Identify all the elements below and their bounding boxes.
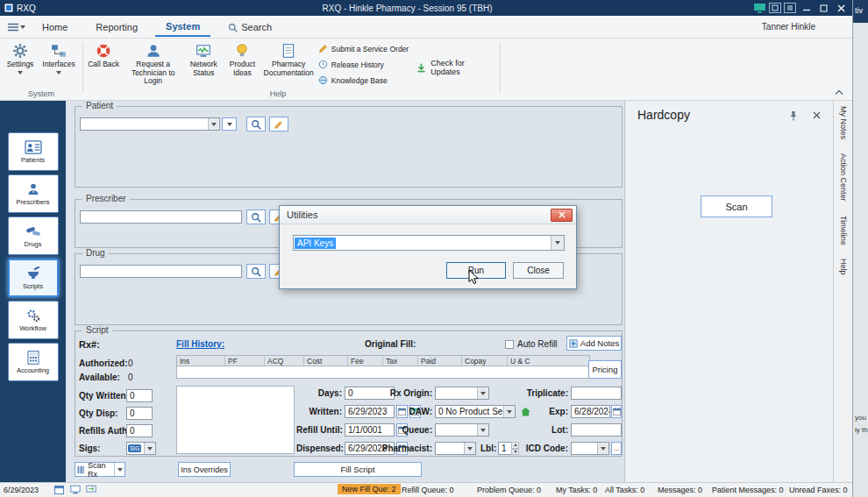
- status-new-fill-queue[interactable]: New Fill Que: 2: [338, 484, 401, 494]
- daw-caret-icon[interactable]: [503, 406, 515, 417]
- status-computer-icon[interactable]: [70, 485, 81, 494]
- submit-service-order-button[interactable]: Submit a Service Order: [316, 42, 411, 55]
- pharmacist-dropdown[interactable]: [435, 442, 476, 455]
- tab-system[interactable]: System: [155, 17, 210, 37]
- close-button[interactable]: [834, 2, 849, 14]
- network-status-button[interactable]: Network Status: [184, 40, 223, 88]
- status-unread-faxes[interactable]: Unread Faxes: 0: [789, 486, 848, 494]
- prescriber-search-button[interactable]: [246, 209, 266, 224]
- ins-overrides-button[interactable]: Ins Overrides: [178, 462, 231, 477]
- fill-script-button[interactable]: Fill Script: [294, 462, 422, 477]
- pin-icon[interactable]: [789, 110, 798, 121]
- drug-field[interactable]: [80, 265, 242, 278]
- utility-select-dropdown[interactable]: API Keys: [293, 235, 565, 251]
- release-history-button[interactable]: Release History: [316, 58, 411, 71]
- qty-written-field[interactable]: 0: [126, 389, 153, 402]
- product-ideas-button[interactable]: Product Ideas: [223, 40, 261, 88]
- scan-rx-dropdown-icon[interactable]: [114, 463, 123, 476]
- hardcopy-close-icon[interactable]: [813, 111, 821, 119]
- pharmacy-documentation-button[interactable]: Pharmacy Documentation: [261, 40, 315, 88]
- status-problem-queue[interactable]: Problem Queue: 0: [477, 486, 541, 494]
- hardcopy-scan-button[interactable]: Scan: [701, 195, 772, 217]
- pricing-table-row[interactable]: [176, 366, 590, 379]
- patient-edit-button[interactable]: [269, 117, 288, 131]
- qty-disp-field[interactable]: 0: [126, 407, 153, 420]
- patient-search-button[interactable]: [246, 117, 266, 131]
- status-refill-queue[interactable]: Refill Queue: 0: [402, 486, 454, 494]
- refills-auth-field[interactable]: 0: [126, 424, 153, 437]
- icd-code-dropdown[interactable]: [571, 442, 609, 455]
- call-back-button[interactable]: Call Back: [85, 40, 122, 88]
- close-button-dialog[interactable]: Close: [513, 262, 564, 279]
- add-notes-button[interactable]: Add Notes: [566, 336, 622, 351]
- pharmacist-caret-icon[interactable]: [464, 443, 475, 454]
- status-all-tasks[interactable]: All Tasks: 0: [605, 486, 644, 494]
- utilities-close-button[interactable]: [551, 209, 573, 222]
- daw-dropdown[interactable]: 0 No Product Se...: [435, 405, 516, 418]
- status-patient-messages[interactable]: Patient Messages: 0: [712, 486, 784, 494]
- tab-help[interactable]: Help: [839, 259, 848, 275]
- sidebar-item-workflow[interactable]: Workflow: [8, 301, 59, 339]
- pricing-button[interactable]: Pricing: [588, 360, 622, 379]
- patient-dropdown-button[interactable]: [222, 117, 237, 131]
- rx-origin-dropdown[interactable]: [435, 387, 489, 400]
- collapse-ribbon-icon[interactable]: [835, 89, 843, 96]
- sig-notes-box[interactable]: [176, 386, 295, 454]
- network-status-icon: [196, 43, 211, 59]
- utilities-dialog-titlebar[interactable]: Utilities: [280, 206, 576, 224]
- queue-caret-icon[interactable]: [477, 424, 488, 436]
- tab-my-notes[interactable]: My Notes: [839, 106, 848, 139]
- utility-dropdown-caret-icon[interactable]: [551, 236, 564, 250]
- request-technician-button[interactable]: Request a Technician to Login: [122, 40, 184, 88]
- menu-icon[interactable]: [5, 18, 28, 36]
- exp-calendar-button[interactable]: [611, 405, 622, 418]
- support-session-icon[interactable]: [753, 3, 766, 13]
- label-count-value[interactable]: 1: [498, 442, 511, 455]
- icd-browse-button[interactable]: ...: [611, 442, 622, 455]
- status-calendar-icon[interactable]: [54, 485, 64, 494]
- icd-caret-icon[interactable]: [597, 443, 608, 454]
- status-messages[interactable]: Messages: 0: [658, 486, 702, 494]
- check-for-updates-button[interactable]: Check for Updates: [411, 56, 497, 79]
- mouse-cursor-icon: [468, 269, 480, 286]
- tab-timeline[interactable]: Timeline: [839, 216, 848, 245]
- patient-combo-caret-icon[interactable]: [208, 118, 219, 130]
- sidebar-item-patients[interactable]: Patients: [8, 132, 59, 171]
- status-sync-icon[interactable]: [86, 485, 96, 494]
- prescriber-field[interactable]: [80, 210, 242, 224]
- interfaces-button[interactable]: Interfaces: [39, 40, 79, 88]
- sidebar-item-prescribers[interactable]: Prescribers: [8, 174, 59, 213]
- minimize-button[interactable]: [799, 2, 814, 14]
- window-tool-icon-1[interactable]: [769, 3, 781, 13]
- current-user[interactable]: Tanner Hinkle: [762, 22, 815, 32]
- knowledge-base-button[interactable]: Knowledge Base: [316, 74, 411, 87]
- triplicate-field[interactable]: [571, 387, 622, 400]
- ribbon-separator: [82, 42, 83, 93]
- exp-field[interactable]: 6/28/2024: [571, 405, 610, 418]
- fill-history-link[interactable]: Fill History:: [176, 339, 224, 349]
- sigs-caret-icon[interactable]: [144, 443, 155, 454]
- tab-search[interactable]: Search: [217, 18, 282, 36]
- ribbon-group-system: Settings Interfaces System: [2, 40, 81, 98]
- rx-origin-caret-icon[interactable]: [477, 387, 488, 399]
- sidebar-item-drugs[interactable]: Drugs: [8, 217, 59, 255]
- queue-dropdown[interactable]: [435, 423, 489, 437]
- titlebar: RXQ RXQ - Hinkle Pharmacy - Session 95 (…: [0, 0, 852, 16]
- maximize-button[interactable]: [816, 2, 831, 14]
- tab-reporting[interactable]: Reporting: [85, 18, 148, 36]
- label-count-stepper[interactable]: 1: [498, 442, 519, 455]
- scan-rx-button[interactable]: Scan Rx: [75, 462, 125, 477]
- sidebar-item-accounting[interactable]: Accounting: [8, 343, 59, 381]
- rx-number-label: Rx#:: [79, 339, 100, 350]
- window-tool-icon-2[interactable]: [784, 3, 796, 13]
- patient-combo[interactable]: [80, 117, 220, 131]
- status-my-tasks[interactable]: My Tasks: 0: [556, 486, 597, 494]
- sidebar-item-scripts[interactable]: Scripts: [8, 259, 59, 297]
- auto-refill-checkbox[interactable]: Auto Refill: [505, 339, 558, 349]
- lot-field[interactable]: [571, 423, 622, 437]
- settings-button[interactable]: Settings: [2, 40, 39, 88]
- sigs-dropdown[interactable]: SIG: [126, 442, 156, 455]
- drug-search-button[interactable]: [246, 264, 266, 279]
- tab-home[interactable]: Home: [32, 18, 78, 36]
- tab-action-center[interactable]: Action Center: [839, 153, 848, 202]
